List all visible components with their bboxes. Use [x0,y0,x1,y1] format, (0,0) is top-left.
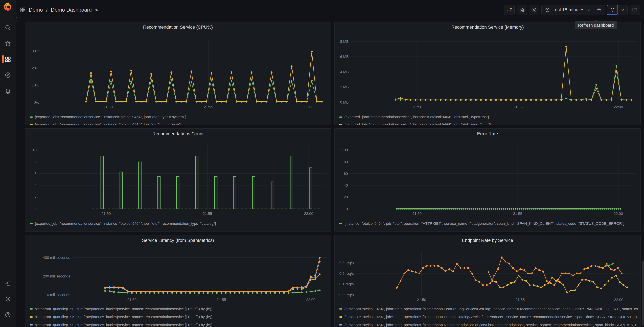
svg-text:21:50: 21:50 [412,212,422,216]
legend-item[interactable]: {instance="otelcol:9464", job="otel", op… [339,305,638,313]
legend-swatch [339,124,342,125]
svg-text:0.0 req/s: 0.0 req/s [339,293,354,297]
sidebar-expand-button[interactable] [12,14,20,22]
svg-text:21:55: 21:55 [513,212,522,216]
svg-text:400 milliseconds: 400 milliseconds [43,256,70,260]
refresh-interval-button[interactable] [618,5,628,15]
legend-label: {instance="otelcol:9464", job="otel", op… [344,323,638,327]
tooltip-arrow [594,20,598,21]
refresh-icon [610,7,615,12]
time-range-group: Last 15 minutes [542,5,605,15]
panel-title[interactable]: Error Rate [334,131,640,136]
svg-text:21:50: 21:50 [417,298,426,302]
svg-text:22:00: 22:00 [614,105,623,109]
legend-item[interactable]: histogram_quantile(0.50, sum(rate(latenc… [30,305,328,313]
legend-swatch [30,308,33,310]
panel-recommendation-service-memory: Recommendation Service (Memory) 0 MB2 MB… [334,22,641,125]
chart-legend: {exported_job="recommendationservice", i… [339,113,638,125]
dashboard-settings-button[interactable] [529,5,540,15]
sidebar-item-explore[interactable] [0,67,16,83]
svg-text:20%: 20% [32,66,39,70]
legend-item[interactable]: {exported_job="recommendationservice", i… [30,113,328,121]
legend-label: histogram_quantile(0.95, sum(rate(latenc… [35,315,212,319]
sidebar-item-starred[interactable] [0,36,16,51]
legend-item[interactable]: {instance="otelcol:9464", job="otel", op… [339,220,638,228]
legend-swatch [30,116,33,118]
svg-text:21:50: 21:50 [127,298,136,302]
panel-title[interactable]: Service Latency (from SpanMetrics) [25,238,331,243]
svg-text:0.2 req/s: 0.2 req/s [339,272,354,276]
grafana-logo[interactable] [3,2,13,12]
help-icon [4,312,11,318]
active-indicator [2,55,4,63]
sidebar-item-sign-in[interactable] [0,275,16,291]
legend-swatch [30,124,33,125]
share-icon[interactable] [95,7,100,12]
scrollbar-thumb[interactable] [642,261,644,326]
svg-text:2 MB: 2 MB [340,85,349,89]
sidebar-item-configuration[interactable] [0,291,16,307]
breadcrumb: Demo / Demo Dashboard [20,7,100,13]
add-panel-button[interactable] [504,5,514,15]
chart-legend: {instance="otelcol:9464", job="otel", op… [339,220,638,228]
time-range-label: Last 15 minutes [552,8,584,12]
legend-item[interactable]: {exported_job="recommendationservice", i… [339,113,638,121]
sidebar [0,0,16,327]
panel-title[interactable]: Recommendations Count [25,131,331,136]
save-dashboard-button[interactable] [516,5,527,15]
bar-chart[interactable]: 024681021:5021:5522:00 [25,128,331,232]
legend-label: histogram_quantile(0.99, sum(rate(latenc… [35,323,212,327]
explore-compass-icon [4,72,11,78]
svg-text:80: 80 [344,160,348,164]
add-panel-icon [507,7,512,12]
sidebar-item-search[interactable] [0,20,16,36]
zoom-out-icon [597,7,602,12]
dashboards-grid-icon [4,56,11,62]
sidebar-item-dashboards[interactable] [0,51,16,67]
legend-swatch [339,223,342,224]
time-series-chart[interactable]: 02040608010021:5021:5522:00 [334,128,641,232]
legend-swatch [339,316,342,318]
svg-text:10: 10 [32,148,36,152]
legend-item[interactable]: {exported_job="recommendationservice", i… [339,121,638,125]
legend-swatch [339,324,342,326]
chevron-right-icon [14,16,18,19]
sidebar-item-help[interactable] [0,307,16,323]
svg-text:10%: 10% [32,83,39,87]
panel-recommendations-count: Recommendations Count 024681021:5021:552… [25,128,331,232]
svg-text:22:00: 22:00 [304,212,313,216]
legend-label: {exported_job="recommendationservice", i… [344,122,491,125]
legend-item[interactable]: {instance="otelcol:9464", job="otel", op… [339,313,638,321]
time-series-chart[interactable]: 0%10%20%30%21:5021:5522:00 [25,22,331,125]
svg-text:8 MB: 8 MB [340,40,349,44]
panel-title[interactable]: Recommendation Service (CPU%) [25,25,331,30]
svg-text:100: 100 [342,148,348,152]
search-icon [4,24,11,31]
legend-label: {exported_job="recommendationservice", i… [35,122,182,125]
alerting-bell-icon [4,88,11,94]
breadcrumb-folder[interactable]: Demo [29,7,43,13]
legend-swatch [30,324,33,326]
svg-text:21:50: 21:50 [104,105,113,109]
svg-text:21:50: 21:50 [102,212,111,216]
breadcrumb-dashboard-title[interactable]: Demo Dashboard [51,7,92,13]
svg-text:8: 8 [34,160,36,164]
cycle-view-mode-button[interactable] [630,5,640,15]
svg-text:0 milliseconds: 0 milliseconds [47,293,70,297]
svg-text:22:00: 22:00 [614,298,623,302]
panel-recommendation-service-cpu: Recommendation Service (CPU%) 0%10%20%30… [25,22,331,125]
refresh-dashboard-button[interactable] [607,5,618,15]
panel-endpoint-rate-by-service: Endpoint Rate by Service 0.0 req/s0.1 re… [334,235,641,327]
sidebar-item-alerting[interactable] [0,83,16,99]
time-series-chart[interactable]: 0 MB2 MB4 MB6 MB8 MB21:5021:5522:00 [334,22,641,125]
zoom-out-button[interactable] [594,5,605,15]
panel-title[interactable]: Endpoint Rate by Service [334,238,640,243]
time-range-picker[interactable]: Last 15 minutes [542,5,594,15]
caret-down-icon [587,8,590,12]
legend-item[interactable]: {exported_job="recommendationservice", i… [30,121,328,125]
legend-item[interactable]: {instance="otelcol:9464", job="otel", op… [339,321,638,327]
legend-swatch [339,308,342,310]
legend-item[interactable]: histogram_quantile(0.95, sum(rate(latenc… [30,313,328,321]
legend-item[interactable]: histogram_quantile(0.99, sum(rate(latenc… [30,321,328,327]
legend-item[interactable]: {exported_job="recommendationservice", i… [30,220,328,228]
